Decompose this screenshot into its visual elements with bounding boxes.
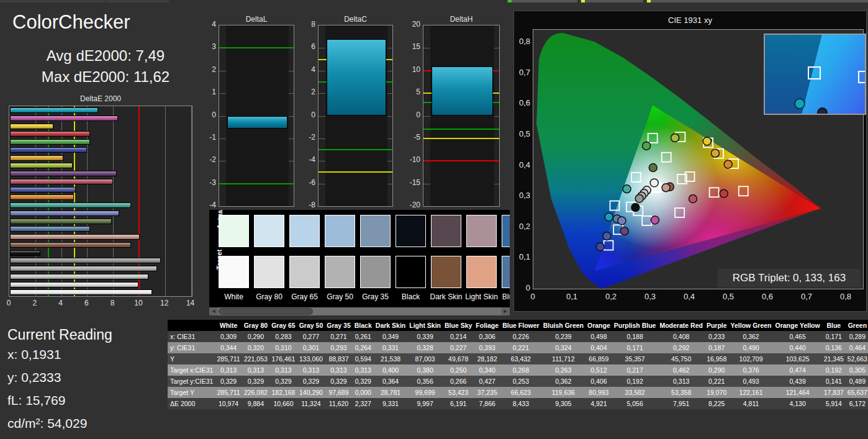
table-column-header: Orange — [585, 320, 612, 331]
deltae-bar — [10, 274, 148, 279]
deltae-x-tick-label: 4 — [50, 299, 71, 307]
delta-chart-title: DeltaC — [318, 15, 393, 24]
delta-y-tick-label: 5 — [403, 88, 420, 96]
table-cell: 0,253 — [500, 376, 541, 387]
table-cell: 122,161 — [729, 387, 774, 398]
table-cell: 0,250 — [443, 364, 474, 376]
table-cell: 5,914 — [822, 398, 846, 409]
table-column-header: Blue Sky — [443, 320, 474, 331]
table-cell: 0,324 — [541, 342, 585, 353]
cie-measured-dot — [631, 204, 640, 212]
table-cell: 66,859 — [585, 353, 612, 364]
table-cell: 7,866 — [474, 398, 500, 409]
table-column-header: Yellow Green — [729, 320, 774, 331]
table-column-header: Foliage — [474, 320, 500, 331]
table-column-header: Bluish Green — [541, 320, 585, 331]
table-cell: 6,172 — [846, 398, 868, 409]
top-strip-gap2 — [643, 0, 646, 2]
swatch-actual — [502, 215, 510, 247]
table-cell: 0,292 — [658, 342, 704, 353]
table-cell: 88,837 — [325, 353, 353, 364]
swatch-scrollbar-thumb[interactable] — [219, 308, 313, 315]
deltae-bar-shade — [11, 243, 130, 247]
table-cell: 49,678 — [443, 353, 474, 364]
delta-y-tick-label: -15 — [403, 178, 420, 187]
table-cell: 28,781 — [374, 387, 407, 398]
table-cell: 0,329 — [353, 376, 374, 387]
deltae-bar-shade — [11, 283, 138, 287]
table-row-label: Y — [168, 353, 215, 364]
table-column-header: Gray 80 — [242, 320, 270, 331]
deltae-bar-shade — [11, 179, 112, 184]
table-cell: 0,306 — [474, 331, 500, 342]
delta-y-tick-label: -4 — [298, 155, 315, 164]
cie-measured-dot — [711, 149, 719, 157]
swatch-scrollbar-track[interactable]: ◄ ► — [209, 307, 510, 315]
delta-y-tick-label: 3 — [199, 42, 216, 51]
inset-measured-dot-partial — [817, 107, 828, 115]
swatch-scrollbar-right-arrow-icon[interactable]: ► — [501, 307, 510, 315]
deltae-bar — [10, 139, 90, 145]
table-column-header: Blue — [822, 320, 846, 331]
delta-y-tick-label: -5 — [403, 133, 420, 142]
deltae-bar-shade — [11, 148, 86, 152]
table-cell: 0,362 — [541, 376, 585, 387]
top-strip-gap1 — [577, 0, 581, 2]
swatch-label: Blue Sky — [500, 292, 510, 301]
table-cell: 0,498 — [585, 331, 612, 342]
deltae-x-tick-label: 10 — [128, 299, 149, 307]
cie-x-tick-label: 0,2 — [600, 292, 622, 301]
deltae-chart-title: DeltaE 2000 — [9, 94, 192, 103]
table-cell: 0,266 — [443, 376, 474, 387]
cie-measured-dot — [671, 134, 679, 142]
deltae-gridline — [191, 106, 192, 296]
delta-ref-line — [319, 171, 392, 173]
swatch-label: Gray 35 — [358, 292, 392, 301]
delta-bar — [327, 39, 386, 116]
swatch-label: Gray 80 — [252, 292, 286, 301]
table-cell: 0,313 — [325, 364, 353, 376]
delta-y-tick-label: -3 — [199, 178, 216, 187]
table-cell: 176,461 — [269, 353, 297, 364]
table-cell: 99,699 — [407, 387, 443, 398]
cie-chart-title: CIE 1931 xy — [514, 16, 866, 25]
delta-y-tick-label: -20 — [403, 201, 420, 209]
table-cell: 0,490 — [729, 342, 774, 353]
table-cell: 0,171 — [612, 342, 658, 353]
table-cell: 21,538 — [374, 353, 407, 364]
table-corner-cell — [168, 320, 215, 331]
swatch-target — [289, 256, 320, 288]
table-cell: 121,464 — [774, 387, 822, 398]
delta-bar — [432, 66, 493, 115]
table-cell: 0,263 — [541, 364, 585, 376]
swatch-panel: Actual Target WhiteGray 80Gray 65Gray 50… — [209, 210, 510, 315]
delta-y-tick-label: 4 — [199, 20, 216, 29]
delta-y-tick-label: -6 — [298, 178, 315, 187]
cie-x-tick-label: 0,6 — [757, 292, 778, 301]
table-row-label: ΔE 2000 — [168, 398, 215, 409]
swatch-target — [466, 256, 497, 288]
swatch-target — [325, 256, 355, 288]
table-cell: 0,290 — [242, 331, 270, 342]
swatch-scrollbar-left-arrow-icon[interactable]: ◄ — [209, 307, 218, 315]
table-cell: 9,997 — [407, 398, 443, 409]
table-cell: 0,221 — [705, 376, 729, 387]
table-column-header: Gray 50 — [297, 320, 325, 331]
deltae-bar-shade — [11, 251, 40, 255]
swatch-target — [254, 256, 284, 288]
table-column-header: Purple — [705, 320, 729, 331]
top-tab-strip-left2 — [107, 0, 169, 2]
delta-y-tick-label: -10 — [403, 155, 420, 164]
deltae-gridline — [165, 106, 166, 296]
deltae-bar-shade — [11, 132, 89, 136]
cie-y-tick-label: 0 — [515, 283, 530, 292]
swatch-target — [396, 256, 426, 288]
table-row: Y285,711221,053176,461133,06088,8370,594… — [168, 353, 868, 364]
table-cell: 0,344 — [215, 342, 242, 353]
deltae-bar — [10, 171, 117, 176]
table-cell: 97,689 — [325, 387, 353, 398]
table-cell: 11,620 — [325, 398, 353, 409]
table-cell: 0,309 — [215, 331, 242, 342]
delta-bar-column — [430, 25, 494, 206]
swatch-target — [219, 256, 249, 288]
